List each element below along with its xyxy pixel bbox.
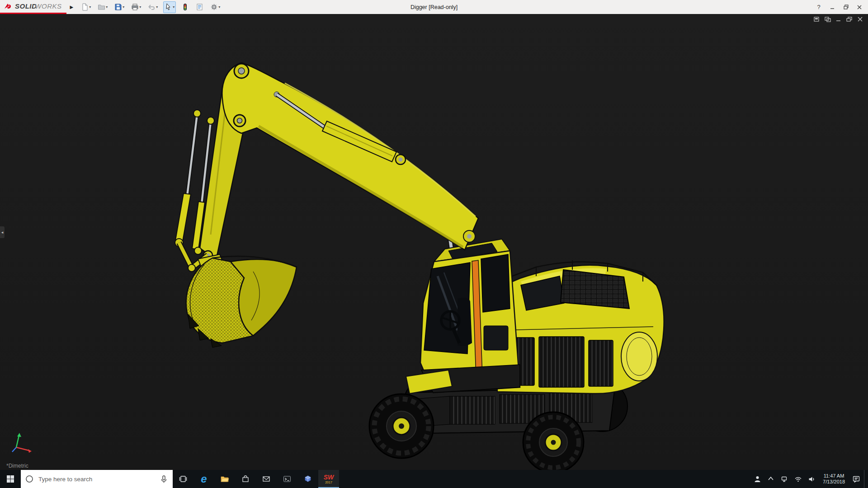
volume-icon — [808, 475, 816, 483]
start-button[interactable] — [0, 470, 21, 488]
quick-toolbar: ▾ ▾ ▾ ▾ ▾ — [80, 1, 222, 13]
select-tool-caret[interactable]: ▾ — [173, 5, 175, 9]
command-prompt-icon — [283, 474, 292, 483]
undo-button[interactable]: ▾ — [146, 1, 159, 13]
tile-window-icon[interactable] — [825, 17, 831, 22]
solidworks-taskbar-button[interactable]: SW 2017 — [318, 470, 339, 488]
show-desktop-button[interactable] — [864, 470, 867, 488]
save-button[interactable]: ▾ — [113, 1, 126, 13]
cortana-icon — [25, 475, 33, 483]
microphone-icon[interactable] — [160, 475, 168, 483]
3d-app-icon — [303, 474, 312, 483]
screen: SOLIDWORKS ▶ ▾ ▾ ▾ ▾ — [0, 0, 868, 488]
solidworks-2017-icon: SW 2017 — [324, 474, 334, 484]
model-cab[interactable] — [406, 239, 520, 394]
document-properties-button[interactable] — [194, 1, 205, 13]
task-view-button[interactable] — [173, 470, 193, 488]
minimize-button[interactable] — [826, 0, 839, 14]
menu-expand-arrow[interactable]: ▶ — [66, 5, 77, 9]
options-button[interactable]: ▾ — [209, 1, 222, 13]
titlebar: SOLIDWORKS ▶ ▾ ▾ ▾ ▾ — [0, 0, 868, 14]
save-icon — [114, 3, 122, 11]
model-side-window — [481, 254, 510, 312]
task-view-icon — [179, 474, 188, 483]
restore-icon — [844, 5, 849, 9]
open-caret[interactable]: ▾ — [106, 5, 108, 9]
store-icon — [241, 474, 250, 483]
file-explorer-button[interactable] — [214, 470, 235, 488]
action-center-button[interactable] — [850, 470, 862, 488]
close-button[interactable] — [853, 0, 866, 14]
taskbar-search[interactable] — [21, 470, 173, 488]
tray-overflow-button[interactable] — [765, 470, 777, 488]
y-axis — [16, 436, 19, 447]
select-cursor-icon — [165, 3, 172, 11]
logo-text-solid: SOLID — [15, 2, 37, 10]
model-rear-wheel[interactable] — [523, 412, 584, 470]
document-properties-icon — [196, 3, 203, 11]
document-window-controls — [814, 17, 863, 22]
clock-date: 7/13/2018 — [823, 479, 845, 485]
rebuild-stoplight-icon — [181, 3, 189, 11]
undo-icon — [148, 3, 156, 11]
wifi-icon — [794, 475, 802, 483]
undo-caret[interactable]: ▾ — [156, 5, 158, 9]
print-button[interactable]: ▾ — [130, 1, 142, 13]
network-button[interactable] — [778, 470, 790, 488]
z-axis — [12, 447, 16, 452]
model-boom[interactable] — [222, 63, 478, 250]
x-axis — [16, 447, 29, 450]
ds-logo-icon — [4, 3, 13, 10]
select-tool-button[interactable]: ▾ — [163, 1, 176, 13]
people-icon — [754, 475, 761, 483]
close-doc-icon[interactable] — [857, 17, 863, 22]
new-document-button[interactable]: ▾ — [80, 1, 92, 13]
new-window-icon[interactable] — [814, 17, 820, 22]
logo-text-works: WORKS — [35, 2, 61, 10]
print-caret[interactable]: ▾ — [139, 5, 141, 9]
file-explorer-icon — [220, 474, 229, 483]
restore-button[interactable] — [839, 0, 853, 14]
options-gear-icon — [210, 3, 218, 11]
people-button[interactable] — [751, 470, 763, 488]
options-caret[interactable]: ▾ — [218, 5, 220, 9]
save-caret[interactable]: ▾ — [123, 5, 124, 9]
help-button[interactable]: ? — [812, 0, 826, 14]
chevron-up-icon — [767, 475, 774, 483]
network-icon — [781, 475, 788, 483]
rebuild-button[interactable] — [180, 1, 190, 13]
windows-start-icon — [6, 475, 14, 483]
new-document-caret[interactable]: ▾ — [89, 5, 91, 9]
wifi-button[interactable] — [792, 470, 804, 488]
edge-icon: e — [201, 473, 207, 485]
clock-time: 11:47 AM — [824, 473, 844, 479]
mail-icon — [262, 474, 271, 483]
solidworks-logo: SOLIDWORKS — [0, 0, 66, 14]
system-tray: 11:47 AM 7/13/2018 — [751, 470, 868, 488]
restore-doc-icon[interactable] — [846, 17, 853, 22]
store-button[interactable] — [235, 470, 256, 488]
model-upper-body[interactable] — [495, 260, 664, 394]
open-icon — [98, 3, 105, 11]
open-button[interactable]: ▾ — [96, 1, 109, 13]
3d-app-button[interactable] — [297, 470, 318, 488]
taskbar: e SW 2017 — [0, 470, 868, 488]
window-title: Digger [Read-only] — [410, 4, 458, 10]
view-orientation-label: *Dimetric — [6, 463, 28, 469]
search-input[interactable] — [38, 475, 156, 483]
orientation-triad[interactable] — [10, 431, 35, 456]
edge-button[interactable]: e — [193, 470, 214, 488]
model-front-wheel[interactable] — [369, 394, 434, 458]
close-icon — [857, 5, 862, 9]
minimize-doc-icon[interactable] — [835, 17, 842, 22]
mail-button[interactable] — [256, 470, 277, 488]
minimize-icon — [830, 5, 835, 9]
print-icon — [131, 3, 139, 11]
viewport-3d[interactable]: *Dimetric ◂ — [0, 14, 868, 470]
volume-button[interactable] — [806, 470, 817, 488]
taskbar-clock[interactable]: 11:47 AM 7/13/2018 — [819, 473, 849, 485]
featuremanager-tab[interactable]: ◂ — [0, 226, 5, 238]
command-prompt-button[interactable] — [277, 470, 297, 488]
model-bucket[interactable] — [186, 254, 297, 347]
excavator-model[interactable] — [0, 14, 868, 470]
